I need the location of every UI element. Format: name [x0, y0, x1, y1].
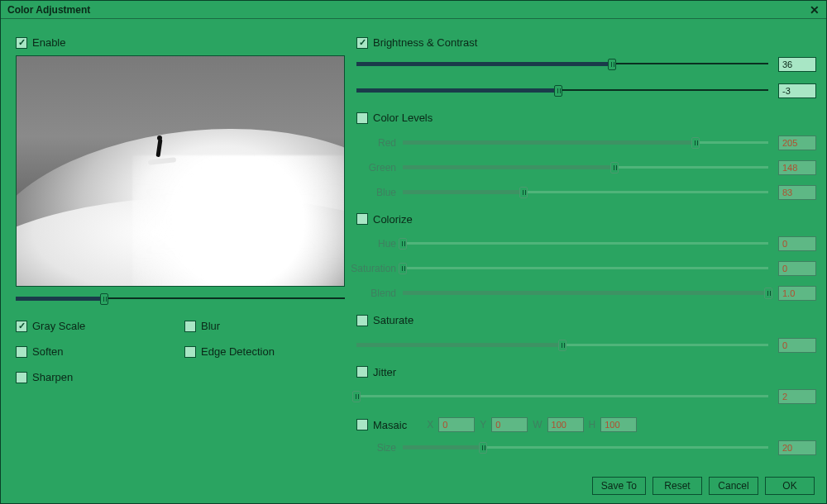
red-slider[interactable]: [403, 137, 768, 149]
mosaic-x-label: X: [427, 419, 433, 430]
checkmark-icon: ✓: [16, 321, 27, 332]
grayscale-checkbox[interactable]: ✓ Gray Scale: [16, 320, 176, 332]
mosaic-size-value: [778, 440, 816, 455]
saturate-checkbox[interactable]: Saturate: [356, 314, 414, 326]
titlebar: Color Adjustment ✕: [1, 1, 826, 19]
blur-checkbox[interactable]: Blur: [184, 320, 345, 332]
colorize-checkbox[interactable]: Colorize: [356, 213, 413, 226]
mosaic-y-value: [491, 417, 528, 432]
sharpen-checkbox[interactable]: Sharpen: [16, 371, 176, 383]
hue-label: Hue: [356, 238, 396, 250]
checkbox-empty-icon: [356, 315, 368, 326]
hue-slider[interactable]: [403, 238, 768, 250]
checkbox-empty-icon: [356, 366, 368, 378]
window-title: Color Adjustment: [7, 4, 90, 16]
preview-zoom-slider[interactable]: [16, 293, 345, 305]
red-value: [778, 136, 816, 150]
jitter-value: [778, 389, 816, 404]
checkbox-empty-icon: [184, 346, 196, 358]
mosaic-w-label: W: [533, 419, 542, 430]
mosaic-w-value: [547, 417, 584, 432]
mosaic-checkbox[interactable]: Masaic: [356, 419, 407, 431]
mosaic-size-label: Size: [356, 442, 396, 454]
contrast-slider[interactable]: [356, 85, 768, 97]
close-icon[interactable]: ✕: [810, 3, 820, 17]
brightness-contrast-checkbox[interactable]: ✓ Brightness & Contrast: [356, 36, 477, 49]
checkbox-empty-icon: [184, 321, 196, 332]
blue-value: [778, 185, 816, 200]
enable-label: Enable: [32, 36, 65, 49]
blue-label: Blue: [356, 187, 396, 198]
checkmark-icon: ✓: [356, 37, 368, 49]
saturation-label: Saturation: [348, 263, 396, 274]
edge-detection-checkbox[interactable]: Edge Detection: [184, 345, 345, 358]
mosaic-x-value: [438, 417, 475, 432]
saturation-value: [778, 261, 816, 276]
saturate-value: [778, 338, 816, 353]
blend-value: [778, 286, 816, 301]
brightness-slider[interactable]: [356, 59, 768, 70]
green-slider[interactable]: [403, 162, 768, 174]
saturate-slider[interactable]: [356, 340, 768, 351]
checkbox-empty-icon: [356, 112, 368, 124]
brightness-value[interactable]: [778, 57, 816, 72]
contrast-value[interactable]: [778, 83, 816, 98]
mosaic-size-slider[interactable]: [403, 442, 768, 454]
mosaic-y-label: Y: [480, 419, 486, 430]
reset-button[interactable]: Reset: [653, 477, 702, 495]
red-label: Red: [356, 137, 396, 149]
blue-slider[interactable]: [403, 187, 768, 198]
soften-checkbox[interactable]: Soften: [16, 345, 176, 358]
green-value: [778, 160, 816, 175]
checkbox-empty-icon: [16, 346, 27, 358]
blend-slider[interactable]: [403, 288, 768, 299]
saturation-slider[interactable]: [403, 263, 768, 274]
checkbox-empty-icon: [356, 419, 368, 430]
cancel-button[interactable]: Cancel: [709, 477, 758, 495]
jitter-checkbox[interactable]: Jitter: [356, 366, 396, 378]
preview-image: [16, 55, 345, 287]
mosaic-h-value: [600, 417, 637, 432]
enable-checkbox[interactable]: ✓ Enable: [16, 36, 65, 49]
blend-label: Blend: [356, 288, 396, 299]
jitter-slider[interactable]: [356, 391, 768, 402]
color-levels-checkbox[interactable]: Color Levels: [356, 112, 433, 124]
hue-value: [778, 236, 816, 251]
mosaic-h-label: H: [589, 419, 596, 430]
checkmark-icon: ✓: [16, 37, 27, 49]
checkbox-empty-icon: [16, 372, 27, 383]
checkbox-empty-icon: [356, 213, 368, 225]
button-bar: Save To Reset Cancel OK: [592, 477, 815, 495]
save-to-button[interactable]: Save To: [592, 477, 646, 495]
green-label: Green: [356, 162, 396, 174]
ok-button[interactable]: OK: [765, 477, 815, 495]
